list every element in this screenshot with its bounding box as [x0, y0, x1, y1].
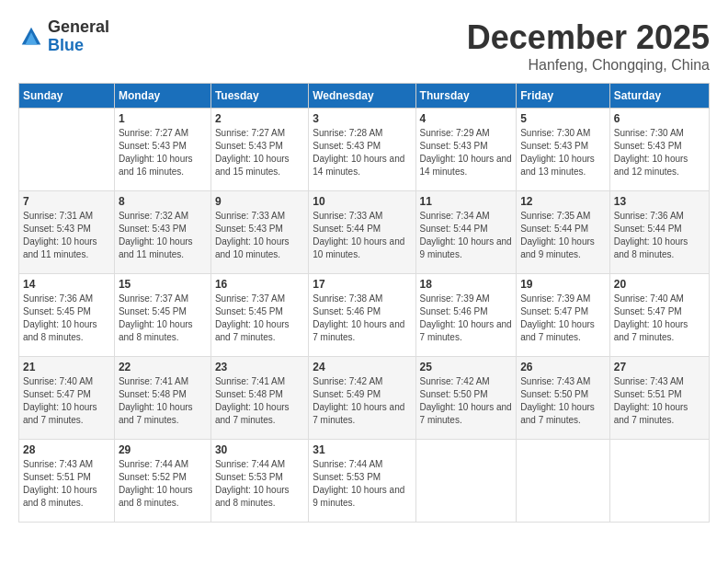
calendar-cell: 26 Sunrise: 7:43 AM Sunset: 5:50 PM Dayl… [517, 357, 610, 440]
page-title: December 2025 [467, 18, 710, 57]
day-number: 25 [420, 361, 513, 373]
sunset-text: Sunset: 5:43 PM [119, 140, 207, 153]
day-number: 1 [119, 112, 207, 125]
day-number: 5 [520, 112, 606, 125]
logo-blue-text: Blue [48, 37, 109, 55]
daylight-text: Daylight: 10 hours and 10 minutes. [313, 236, 411, 261]
calendar-cell: 7 Sunrise: 7:31 AM Sunset: 5:43 PM Dayli… [19, 191, 115, 274]
calendar-cell: 13 Sunrise: 7:36 AM Sunset: 5:44 PM Dayl… [609, 191, 709, 274]
sunrise-text: Sunrise: 7:28 AM [313, 127, 411, 140]
day-info: Sunrise: 7:31 AM Sunset: 5:43 PM Dayligh… [23, 210, 110, 261]
calendar-cell: 12 Sunrise: 7:35 AM Sunset: 5:44 PM Dayl… [517, 191, 610, 274]
day-number: 29 [119, 443, 207, 456]
day-info: Sunrise: 7:33 AM Sunset: 5:43 PM Dayligh… [215, 210, 304, 261]
calendar-cell: 1 Sunrise: 7:27 AM Sunset: 5:43 PM Dayli… [114, 109, 210, 191]
day-number: 27 [614, 361, 705, 373]
calendar-header-monday: Monday [114, 84, 210, 109]
daylight-text: Daylight: 10 hours and 7 minutes. [119, 401, 207, 427]
calendar-cell: 8 Sunrise: 7:32 AM Sunset: 5:43 PM Dayli… [114, 191, 210, 274]
sunrise-text: Sunrise: 7:29 AM [420, 127, 513, 140]
sunset-text: Sunset: 5:50 PM [420, 388, 513, 401]
sunset-text: Sunset: 5:43 PM [215, 140, 304, 153]
day-number: 26 [520, 361, 606, 373]
sunset-text: Sunset: 5:49 PM [313, 388, 411, 401]
daylight-text: Daylight: 10 hours and 14 minutes. [313, 153, 411, 178]
calendar-cell: 3 Sunrise: 7:28 AM Sunset: 5:43 PM Dayli… [309, 109, 415, 191]
daylight-text: Daylight: 10 hours and 11 minutes. [23, 236, 110, 261]
daylight-text: Daylight: 10 hours and 7 minutes. [313, 318, 411, 344]
logo-icon [18, 24, 44, 50]
sunrise-text: Sunrise: 7:40 AM [614, 293, 705, 305]
sunrise-text: Sunrise: 7:38 AM [313, 293, 411, 305]
day-info: Sunrise: 7:28 AM Sunset: 5:43 PM Dayligh… [313, 127, 411, 178]
day-info: Sunrise: 7:42 AM Sunset: 5:50 PM Dayligh… [420, 375, 513, 427]
daylight-text: Daylight: 10 hours and 7 minutes. [520, 401, 606, 427]
calendar-week-row: 28 Sunrise: 7:43 AM Sunset: 5:51 PM Dayl… [19, 440, 710, 523]
calendar-table: SundayMondayTuesdayWednesdayThursdayFrid… [18, 83, 710, 523]
day-info: Sunrise: 7:39 AM Sunset: 5:47 PM Dayligh… [520, 293, 606, 344]
day-number: 17 [313, 278, 411, 291]
daylight-text: Daylight: 10 hours and 8 minutes. [215, 484, 304, 510]
daylight-text: Daylight: 10 hours and 8 minutes. [119, 484, 207, 510]
sunrise-text: Sunrise: 7:30 AM [520, 127, 606, 140]
sunset-text: Sunset: 5:46 PM [420, 305, 513, 318]
day-number: 18 [420, 278, 513, 291]
day-info: Sunrise: 7:43 AM Sunset: 5:51 PM Dayligh… [614, 375, 705, 427]
daylight-text: Daylight: 10 hours and 9 minutes. [420, 236, 513, 261]
sunrise-text: Sunrise: 7:30 AM [614, 127, 705, 140]
sunset-text: Sunset: 5:44 PM [313, 223, 411, 236]
day-info: Sunrise: 7:32 AM Sunset: 5:43 PM Dayligh… [119, 210, 207, 261]
sunset-text: Sunset: 5:44 PM [420, 223, 513, 236]
sunrise-text: Sunrise: 7:36 AM [614, 210, 705, 223]
logo-general-text: General [48, 18, 109, 37]
calendar-cell [517, 440, 610, 523]
day-number: 2 [215, 112, 304, 125]
sunset-text: Sunset: 5:47 PM [23, 388, 110, 401]
day-number: 9 [215, 195, 304, 208]
day-info: Sunrise: 7:29 AM Sunset: 5:43 PM Dayligh… [420, 127, 513, 178]
calendar-header-friday: Friday [517, 84, 610, 109]
day-number: 4 [420, 112, 513, 125]
sunrise-text: Sunrise: 7:32 AM [119, 210, 207, 223]
calendar-cell [19, 109, 115, 191]
calendar-cell: 16 Sunrise: 7:37 AM Sunset: 5:45 PM Dayl… [210, 274, 308, 357]
calendar-cell: 27 Sunrise: 7:43 AM Sunset: 5:51 PM Dayl… [609, 357, 709, 440]
sunrise-text: Sunrise: 7:41 AM [215, 375, 304, 388]
sunset-text: Sunset: 5:52 PM [119, 471, 207, 484]
day-info: Sunrise: 7:37 AM Sunset: 5:45 PM Dayligh… [215, 293, 304, 344]
daylight-text: Daylight: 10 hours and 13 minutes. [520, 153, 606, 178]
sunrise-text: Sunrise: 7:34 AM [420, 210, 513, 223]
day-info: Sunrise: 7:34 AM Sunset: 5:44 PM Dayligh… [420, 210, 513, 261]
day-info: Sunrise: 7:39 AM Sunset: 5:46 PM Dayligh… [420, 293, 513, 344]
sunrise-text: Sunrise: 7:39 AM [520, 293, 606, 305]
daylight-text: Daylight: 10 hours and 9 minutes. [313, 484, 411, 510]
day-info: Sunrise: 7:37 AM Sunset: 5:45 PM Dayligh… [119, 293, 207, 344]
day-number: 30 [215, 443, 304, 456]
sunset-text: Sunset: 5:53 PM [313, 471, 411, 484]
day-info: Sunrise: 7:35 AM Sunset: 5:44 PM Dayligh… [520, 210, 606, 261]
page-header: General Blue December 2025 Hanfeng, Chon… [18, 18, 710, 74]
sunrise-text: Sunrise: 7:36 AM [23, 293, 110, 305]
day-info: Sunrise: 7:44 AM Sunset: 5:53 PM Dayligh… [215, 458, 304, 510]
sunset-text: Sunset: 5:43 PM [313, 140, 411, 153]
day-number: 11 [420, 195, 513, 208]
calendar-cell: 18 Sunrise: 7:39 AM Sunset: 5:46 PM Dayl… [415, 274, 517, 357]
sunset-text: Sunset: 5:44 PM [520, 223, 606, 236]
day-number: 21 [23, 361, 110, 373]
calendar-cell: 10 Sunrise: 7:33 AM Sunset: 5:44 PM Dayl… [309, 191, 415, 274]
sunset-text: Sunset: 5:46 PM [313, 305, 411, 318]
day-number: 28 [23, 443, 110, 456]
day-number: 22 [119, 361, 207, 373]
sunset-text: Sunset: 5:45 PM [215, 305, 304, 318]
sunrise-text: Sunrise: 7:37 AM [119, 293, 207, 305]
sunrise-text: Sunrise: 7:39 AM [420, 293, 513, 305]
day-info: Sunrise: 7:41 AM Sunset: 5:48 PM Dayligh… [215, 375, 304, 427]
day-info: Sunrise: 7:30 AM Sunset: 5:43 PM Dayligh… [520, 127, 606, 178]
sunrise-text: Sunrise: 7:40 AM [23, 375, 110, 388]
day-number: 20 [614, 278, 705, 291]
calendar-cell: 19 Sunrise: 7:39 AM Sunset: 5:47 PM Dayl… [517, 274, 610, 357]
calendar-cell: 21 Sunrise: 7:40 AM Sunset: 5:47 PM Dayl… [19, 357, 115, 440]
calendar-cell: 17 Sunrise: 7:38 AM Sunset: 5:46 PM Dayl… [309, 274, 415, 357]
calendar-header-wednesday: Wednesday [309, 84, 415, 109]
calendar-header-tuesday: Tuesday [210, 84, 308, 109]
